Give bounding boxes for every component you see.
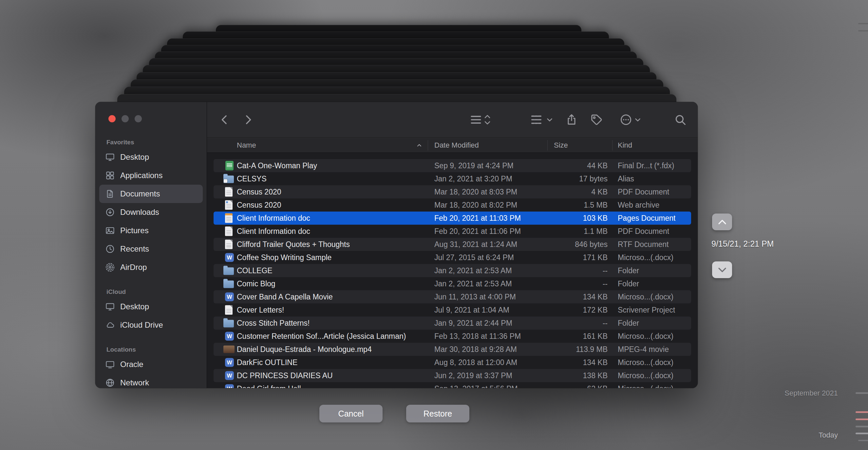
toolbar bbox=[207, 102, 698, 138]
timeline-tick[interactable] bbox=[856, 419, 868, 420]
sidebar-item-network[interactable]: Network bbox=[99, 373, 203, 388]
file-kind: Pages Document bbox=[618, 212, 675, 225]
sidebar-item-label: Applications bbox=[120, 171, 162, 180]
file-row[interactable]: CELSYSJan 2, 2021 at 3:20 PM17 bytesAlia… bbox=[214, 172, 691, 185]
search-icon[interactable] bbox=[674, 113, 687, 126]
timeline-tick[interactable] bbox=[858, 30, 868, 31]
file-row[interactable]: Cat-A One-Woman PlaySep 9, 2019 at 4:24 … bbox=[214, 159, 691, 172]
file-row[interactable]: Client Information docFeb 20, 2021 at 11… bbox=[214, 212, 691, 225]
file-date-modified: Sep 13, 2017 at 5:56 PM bbox=[434, 382, 518, 388]
back-icon[interactable] bbox=[218, 113, 231, 126]
file-date-modified: Jun 2, 2019 at 3:37 PM bbox=[434, 369, 512, 382]
group-by-icon[interactable] bbox=[530, 113, 543, 126]
display-icon bbox=[105, 360, 115, 369]
sidebar-item-desktop[interactable]: Desktop bbox=[99, 148, 203, 166]
file-row[interactable]: Coffee Shop Writing SampleJul 27, 2015 a… bbox=[214, 251, 691, 264]
file-row[interactable]: DC PRINCESS DIARIES AUJun 2, 2019 at 3:3… bbox=[214, 369, 691, 382]
file-size: -- bbox=[541, 277, 608, 290]
sidebar: FavoritesDesktopApplicationsDocumentsDow… bbox=[95, 102, 207, 388]
sidebar-item-label: Oracle bbox=[120, 360, 144, 369]
timeline-back-button[interactable] bbox=[712, 214, 732, 230]
sidebar-section: iCloudDesktopiCloud Drive bbox=[95, 286, 207, 334]
view-options-stepper-icon[interactable] bbox=[483, 113, 492, 127]
pdf-file-icon bbox=[225, 227, 232, 236]
file-name: Client Information doc bbox=[237, 225, 310, 238]
file-row[interactable]: Cross Stitch Patterns!Jan 9, 2021 at 2:4… bbox=[214, 316, 691, 330]
file-row[interactable]: Cover Letters!Jul 9, 2021 at 1:04 AM172 … bbox=[214, 303, 691, 316]
file-row[interactable]: Daniel Duque-Estrada - Monologue.mp4Mar … bbox=[214, 343, 691, 356]
file-kind: Web archive bbox=[618, 198, 659, 212]
forward-icon[interactable] bbox=[241, 113, 254, 126]
more-actions-icon[interactable] bbox=[619, 113, 632, 126]
sidebar-item-downloads[interactable]: Downloads bbox=[99, 203, 203, 221]
file-row[interactable]: Customer Retention Sof...Article (Jessic… bbox=[214, 330, 691, 343]
sidebar-sections: FavoritesDesktopApplicationsDocumentsDow… bbox=[95, 137, 207, 388]
column-header-name[interactable]: Name bbox=[237, 138, 256, 152]
column-divider[interactable] bbox=[547, 140, 548, 150]
share-icon[interactable] bbox=[565, 113, 578, 126]
column-header-size[interactable]: Size bbox=[554, 138, 568, 152]
file-row[interactable]: COLLEGEJan 2, 2021 at 2:53 AM--Folder bbox=[214, 264, 691, 277]
desktop-icon bbox=[105, 152, 115, 162]
file-name: Comic Blog bbox=[237, 277, 276, 290]
sidebar-item-airdrop[interactable]: AirDrop bbox=[99, 258, 203, 277]
restore-button[interactable]: Restore bbox=[406, 405, 469, 422]
sidebar-section-label: iCloud bbox=[95, 286, 207, 298]
file-row[interactable]: Client Information docFeb 20, 2021 at 11… bbox=[214, 225, 691, 238]
file-size: 4 KB bbox=[541, 185, 608, 198]
file-size: 113.9 MB bbox=[541, 343, 608, 356]
tags-icon[interactable] bbox=[590, 113, 603, 126]
file-row[interactable]: Clifford Trailer Quotes + ThoughtsAug 31… bbox=[214, 238, 691, 251]
sidebar-item-pictures[interactable]: Pictures bbox=[99, 221, 203, 240]
sidebar-item-oracle[interactable]: Oracle bbox=[99, 355, 203, 373]
folder-file-icon bbox=[223, 280, 234, 288]
file-row[interactable]: Census 2020Mar 18, 2020 at 8:03 PM4 KBPD… bbox=[214, 185, 691, 198]
timeline-tick[interactable] bbox=[856, 411, 868, 413]
cancel-button[interactable]: Cancel bbox=[319, 405, 382, 422]
file-row[interactable]: Census 2020Mar 18, 2020 at 8:02 PM1.5 MB… bbox=[214, 198, 691, 212]
timeline-forward-button[interactable] bbox=[712, 261, 732, 278]
view-options-icon[interactable] bbox=[469, 113, 483, 127]
file-row[interactable]: Cover Band A Capella MovieJun 11, 2013 a… bbox=[214, 290, 691, 303]
timeline-tick[interactable] bbox=[858, 440, 868, 441]
file-name: Client Information doc bbox=[237, 212, 310, 225]
timeline-tick[interactable] bbox=[858, 23, 868, 24]
column-divider[interactable] bbox=[612, 140, 613, 150]
finaldraft-file-icon bbox=[225, 161, 234, 171]
word-file-icon bbox=[225, 371, 234, 380]
file-size: 62 KB bbox=[541, 382, 608, 388]
pages-file-icon bbox=[225, 214, 232, 223]
sidebar-item-icloud-drive[interactable]: iCloud Drive bbox=[99, 316, 203, 334]
finder-window: FavoritesDesktopApplicationsDocumentsDow… bbox=[95, 102, 698, 388]
column-divider[interactable] bbox=[428, 140, 428, 150]
sidebar-item-documents[interactable]: Documents bbox=[99, 185, 203, 203]
word-file-icon bbox=[225, 332, 234, 341]
word-file-icon bbox=[225, 253, 234, 262]
file-date-modified: Jun 11, 2013 at 4:00 PM bbox=[434, 290, 516, 303]
column-header-date-modified[interactable]: Date Modified bbox=[434, 138, 479, 152]
timeline-tick[interactable] bbox=[856, 426, 868, 427]
sidebar-item-recents[interactable]: Recents bbox=[99, 240, 203, 258]
file-row[interactable]: DarkFic OUTLINEAug 8, 2018 at 12:00 AM13… bbox=[214, 356, 691, 369]
column-header-kind[interactable]: Kind bbox=[618, 138, 632, 152]
chevron-down-icon bbox=[546, 115, 554, 124]
file-kind: Microso...(.docx) bbox=[618, 251, 674, 264]
close-button[interactable] bbox=[108, 115, 116, 122]
time-machine-screen: FavoritesDesktopApplicationsDocumentsDow… bbox=[0, 0, 868, 450]
file-list: Cat-A One-Woman PlaySep 9, 2019 at 4:24 … bbox=[207, 153, 698, 388]
file-row[interactable]: Dead Girl from HellSep 13, 2017 at 5:56 … bbox=[214, 382, 691, 388]
snapshot-timestamp: 9/15/21, 2:21 PM bbox=[711, 239, 774, 249]
file-name: DC PRINCESS DIARIES AU bbox=[237, 369, 333, 382]
file-name: Census 2020 bbox=[237, 198, 281, 212]
sidebar-section-label: Favorites bbox=[95, 137, 207, 148]
file-row[interactable]: Comic BlogJan 2, 2021 at 2:53 AM--Folder bbox=[214, 277, 691, 290]
sidebar-item-desktop[interactable]: Desktop bbox=[99, 298, 203, 316]
timeline-tick[interactable] bbox=[856, 432, 868, 434]
timeline-tick[interactable] bbox=[856, 392, 868, 394]
sidebar-item-applications[interactable]: Applications bbox=[99, 166, 203, 185]
timeline-month-label: September 2021 bbox=[784, 389, 838, 397]
file-name: Clifford Trailer Quotes + Thoughts bbox=[237, 238, 350, 251]
file-kind: Scrivener Project bbox=[618, 303, 675, 316]
file-date-modified: Aug 31, 2021 at 1:24 AM bbox=[434, 238, 517, 251]
file-date-modified: Jan 2, 2021 at 2:53 AM bbox=[434, 264, 512, 277]
